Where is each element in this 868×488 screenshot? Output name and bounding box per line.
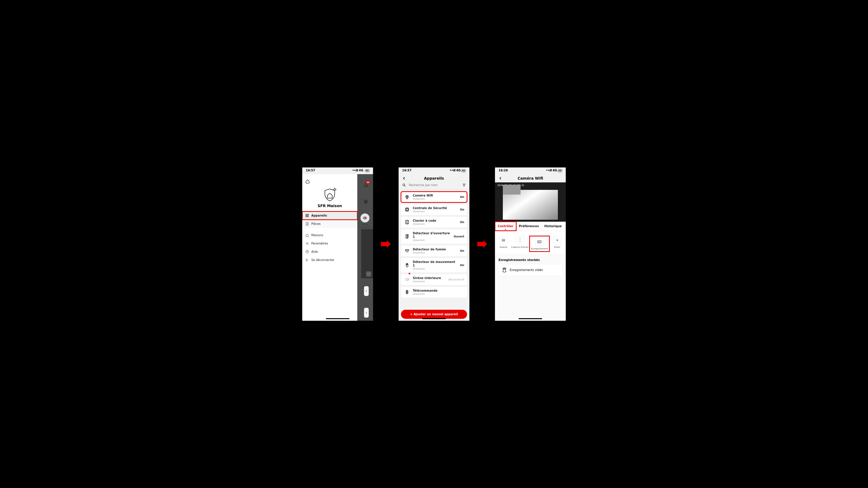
device-row[interactable]: Centrale de Sécurité showroom On: [401, 204, 467, 215]
device-room: showroom: [413, 293, 462, 295]
expand-button[interactable]: [366, 271, 371, 277]
device-state: On: [460, 195, 464, 198]
svg-rect-20: [406, 290, 408, 294]
chevron-right-icon: [365, 290, 368, 292]
tabs: Contrôler Préférences Historique Plus: [495, 222, 566, 231]
logout-icon: [305, 258, 309, 262]
tab-plus[interactable]: Plus: [564, 222, 566, 231]
back-icon[interactable]: [402, 176, 406, 180]
svg-point-22: [407, 292, 407, 293]
menu-aide[interactable]: Aide: [302, 248, 357, 256]
menu-parametres[interactable]: Paramètres: [302, 239, 357, 248]
house-icon: [305, 233, 309, 237]
device-row[interactable]: Caméra Wifi showroom On: [401, 192, 467, 202]
grid-icon: [305, 214, 309, 217]
svg-rect-2: [308, 214, 309, 215]
screenshot-icon: [518, 238, 522, 242]
camera-feed[interactable]: 2024-03-27 16:26:31: [495, 183, 566, 222]
settings-button[interactable]: [363, 199, 368, 204]
home-indicator[interactable]: [422, 318, 446, 319]
svg-point-11: [407, 196, 408, 197]
device-name: Détecteur de mouvement 1: [413, 260, 458, 267]
svg-rect-27: [557, 239, 558, 240]
flow-arrow-icon: [381, 239, 391, 249]
svg-rect-24: [519, 238, 521, 242]
megaphone-icon: [363, 216, 367, 220]
tab-historique[interactable]: Historique: [541, 222, 564, 231]
recordings-icon: [502, 267, 507, 273]
screen-drawer: 16:57 ••ıll 4G 66 SFR Maison: [302, 167, 373, 321]
offline-dot-icon: [409, 273, 410, 274]
status-right: ••ıll 4G69: [546, 169, 562, 172]
device-state: On: [460, 249, 464, 252]
device-name: Sirène intérieure: [413, 276, 446, 280]
action-galerie[interactable]: Galerie: [497, 236, 510, 252]
device-row[interactable]: Sirène intérieure showroom déconnecté: [401, 274, 467, 285]
device-row[interactable]: Télécommande showroom: [401, 287, 467, 298]
home-icon[interactable]: [305, 179, 310, 184]
status-bar: 16:57 ••ıll 4G 66: [302, 167, 373, 174]
svg-rect-15: [406, 235, 407, 238]
drawer: SFR Maison Appareils Pièces Maisons: [302, 174, 357, 321]
action-parler[interactable]: Parler: [550, 236, 564, 252]
svg-point-9: [403, 184, 405, 186]
status-right: ••ıll 4G66: [450, 169, 466, 172]
gear-icon: [305, 242, 309, 245]
svg-point-8: [365, 201, 367, 202]
search-bar: [399, 182, 469, 190]
menu-appareils[interactable]: Appareils: [302, 212, 357, 220]
stored-title: Enregistrements stockés: [495, 254, 566, 264]
svg-text:REC: REC: [538, 241, 541, 242]
device-name: Détecteur d'ouverture 1: [413, 231, 451, 238]
action-capture[interactable]: Capture d'écran: [511, 236, 529, 252]
device-row[interactable]: Clavier à code showroom On: [401, 217, 467, 228]
expand-icon: [367, 272, 370, 275]
device-row[interactable]: Détecteur de fumée showroom On: [401, 246, 467, 256]
filter-icon[interactable]: [462, 183, 466, 187]
svg-point-4: [308, 216, 309, 217]
search-input[interactable]: [409, 183, 460, 187]
device-name: Centrale de Sécurité: [413, 206, 458, 210]
back-icon[interactable]: [498, 176, 502, 180]
device-name: Télécommande: [413, 289, 462, 292]
camera-preview[interactable]: [361, 229, 373, 278]
device-row[interactable]: Détecteur d'ouverture 1 showroom Ouvert: [401, 229, 467, 244]
stored-recordings-button[interactable]: Enregistrements vidéo: [498, 264, 562, 276]
device-state: Ouvert: [454, 235, 464, 238]
bell-badge: 30: [366, 181, 370, 184]
mode-urgence-button[interactable]: Mode d'urgence: [358, 214, 372, 229]
svg-rect-14: [406, 220, 408, 224]
device-room: showroom: [413, 251, 458, 254]
menu-maisons[interactable]: Maisons: [302, 231, 357, 239]
tab-controler[interactable]: Contrôler: [495, 222, 516, 231]
clock: 16:26: [498, 169, 508, 172]
svg-rect-1: [306, 214, 307, 215]
device-room: showroom: [413, 239, 451, 241]
app-title: SFR Maison: [302, 204, 357, 212]
device-row[interactable]: Détecteur de mouvement 1 showroom On: [401, 258, 467, 272]
home-indicator[interactable]: [519, 318, 542, 319]
clock: 16:57: [306, 169, 315, 172]
flow-arrow-icon: [477, 239, 487, 249]
bell-button[interactable]: 30: [364, 183, 369, 188]
home-indicator[interactable]: [326, 318, 349, 319]
card-chevron[interactable]: [364, 286, 369, 296]
status-bar: 16:57 ••ıll 4G66: [399, 167, 469, 174]
tab-preferences[interactable]: Préférences: [516, 222, 542, 231]
page-title: Appareils: [406, 176, 462, 181]
menu-pieces[interactable]: Pièces: [302, 220, 357, 228]
mic-icon: [556, 238, 559, 242]
action-row: Galerie Capture d'écran REC Enregistreme…: [495, 231, 566, 254]
menu-deconnecter[interactable]: Se déconnecter: [302, 256, 357, 264]
help-icon: [305, 250, 309, 254]
add-device-button[interactable]: + Ajouter un nouvel appareil: [401, 310, 467, 319]
svg-rect-29: [504, 268, 505, 269]
device-state: On: [460, 221, 464, 224]
device-room: showroom: [413, 267, 458, 270]
action-enregistrement[interactable]: REC Enregistrement: [530, 236, 550, 252]
card-chevron[interactable]: [364, 308, 369, 318]
screen-camera: 16:26 ••ıll 4G69 Caméra Wifi 2024-03-27 …: [495, 167, 566, 321]
svg-rect-13: [406, 208, 408, 210]
device-icon: [404, 289, 410, 295]
search-icon[interactable]: [402, 183, 406, 187]
